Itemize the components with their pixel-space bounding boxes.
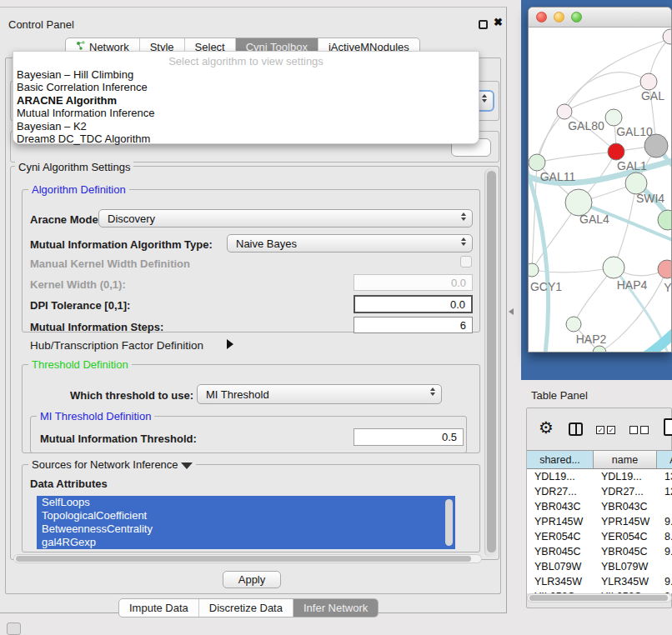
node-label-hap4: HAP4	[617, 278, 648, 292]
network-view-window: GALGAL80GAL10GAL1GAL11SWI4GAL4GCY1HAP4YH…	[528, 7, 672, 352]
algorithm-option-bayesian-hill-climbing[interactable]: Bayesian – Hill Climbing	[17, 68, 475, 81]
table-cell: YBR043C	[594, 499, 657, 514]
table-horizontal-scrollbar[interactable]	[527, 593, 672, 602]
mi-threshold-field[interactable]: 0.5	[354, 428, 464, 446]
window-title: Control Panel	[8, 18, 74, 31]
tab-label: Discretize Data	[209, 602, 283, 614]
table-cell: YLR345W	[594, 574, 657, 589]
algorithm-definition-title: Algorithm Definition	[28, 183, 129, 196]
close-icon[interactable]: ✖	[494, 16, 503, 28]
gear-icon[interactable]: ⚙	[539, 419, 554, 436]
node-label-hap2: HAP2	[576, 332, 607, 346]
taskbar-icon[interactable]	[7, 622, 21, 635]
network-edge[interactable]	[529, 158, 549, 352]
table-cell: YBR045C	[527, 544, 594, 559]
table-panel-title: Table Panel	[531, 389, 588, 402]
select-all-icon[interactable]: ✓ ✓	[596, 426, 615, 434]
zoom-button[interactable]	[571, 12, 582, 22]
mi-steps-label: Mutual Information Steps:	[30, 321, 163, 333]
mi-algorithm-type-select[interactable]: Naive Bayes	[227, 234, 473, 252]
dpi-tolerance-value: 0.0	[450, 298, 471, 311]
network-node-gal[interactable]	[640, 73, 657, 90]
node-label-gcy1: GCY1	[530, 280, 562, 293]
node-label-gal80: GAL80	[568, 119, 604, 132]
algorithm-option-mutual-information-inference[interactable]: Mutual Information Inference	[17, 107, 475, 119]
network-canvas[interactable]: GALGAL80GAL10GAL1GAL11SWI4GAL4GCY1HAP4YH…	[529, 28, 672, 352]
network-edge[interactable]	[537, 152, 616, 162]
sources-group-title: Sources for Network Inference	[28, 458, 196, 471]
attribute-item-topologicalcoefficient[interactable]: TopologicalCoefficient	[37, 509, 455, 522]
table-row[interactable]: YBR043CYBR043C	[527, 499, 672, 514]
network-node-gal1[interactable]	[608, 143, 624, 160]
network-node-hap2[interactable]	[566, 317, 581, 332]
node-label-gal10: GAL10	[616, 125, 653, 138]
network-node-hap4[interactable]	[603, 257, 624, 278]
network-edge[interactable]	[564, 82, 649, 112]
select-none-icon[interactable]	[629, 426, 649, 434]
which-threshold-select[interactable]: MI Threshold	[197, 384, 442, 404]
table-cell: YPR145W	[594, 514, 657, 529]
columns-icon[interactable]	[569, 422, 583, 436]
table-row[interactable]: YLR345WYLR345W9.	[527, 574, 672, 589]
attribute-item-selfloops[interactable]: SelfLoops	[37, 496, 455, 509]
data-attributes-label: Data Attributes	[30, 478, 108, 490]
algorithm-option-dream8-dc-tdc-algorithm[interactable]: Dream8 DC_TDC Algorithm	[17, 132, 475, 145]
network-node-gcy1[interactable]	[529, 263, 539, 277]
collapse-arrow-icon[interactable]	[181, 462, 193, 469]
table-row[interactable]: YDL19...YDL19...13	[527, 469, 672, 484]
aracne-mode-select[interactable]: Discovery	[98, 209, 473, 228]
node-label-gal4: GAL4	[579, 212, 609, 226]
table-row[interactable]: YPR145WYPR145W9.	[527, 514, 672, 529]
settings-horizontal-scrollbar[interactable]	[13, 554, 482, 563]
algorithm-option-basic-correlation-inference[interactable]: Basic Correlation Inference	[17, 81, 475, 93]
column-header-a[interactable]: A	[657, 450, 672, 469]
algorithm-option-bayesian-k2[interactable]: Bayesian – K2	[17, 120, 475, 132]
table-cell: 13	[657, 469, 672, 484]
settings-scrollbar-thumb[interactable]	[487, 171, 496, 552]
algorithm-option-list: Bayesian – Hill ClimbingBasic Correlatio…	[17, 68, 475, 145]
table-cell: YBR045C	[594, 544, 657, 559]
table-row[interactable]: YBL079WYBL079W	[527, 559, 672, 574]
table-cell: 9.	[657, 574, 672, 589]
mi-type-label: Mutual Information Algorithm Type:	[30, 238, 213, 251]
data-attributes-list[interactable]: SelfLoopsTopologicalCoefficientBetweenne…	[37, 496, 455, 549]
document-icon[interactable]	[664, 418, 672, 436]
tab-discretize-data[interactable]: Discretize Data	[199, 599, 293, 617]
column-header-shared[interactable]: shared...	[527, 450, 594, 469]
network-node-gal80[interactable]	[557, 104, 572, 119]
dpi-tolerance-field[interactable]: 0.0	[354, 295, 473, 313]
network-node-y[interactable]	[658, 260, 672, 278]
network-node[interactable]	[663, 29, 672, 44]
expand-arrow-icon[interactable]	[227, 339, 233, 349]
kernel-width-label: Kernel Width (0,1):	[30, 278, 126, 291]
float-icon[interactable]	[479, 20, 488, 29]
network-edge[interactable]	[532, 268, 614, 272]
column-header-name[interactable]: name	[594, 450, 657, 469]
network-node[interactable]	[658, 210, 672, 230]
network-window-titlebar[interactable]	[529, 8, 671, 28]
algorithm-dropdown-popup: Select algorithm to view settings Bayesi…	[13, 51, 479, 144]
network-node-gal10[interactable]	[605, 109, 622, 126]
splitter-collapse-icon[interactable]	[509, 308, 514, 315]
tab-infer-network[interactable]: Infer Network	[293, 599, 378, 617]
table-row[interactable]: YDR27...YDR27...12	[527, 484, 672, 499]
algorithm-option-aracne-algorithm[interactable]: ARACNE Algorithm	[17, 94, 475, 107]
attribute-item-betweennesscentrality[interactable]: BetweennessCentrality	[37, 522, 455, 536]
manual-kernel-checkbox[interactable]	[460, 256, 472, 268]
minimize-button[interactable]	[554, 12, 564, 22]
mi-steps-field[interactable]: 6	[354, 317, 473, 333]
table-row[interactable]: YER054CYER054C8.	[527, 529, 672, 544]
kernel-width-field[interactable]: 0.0	[354, 274, 473, 291]
table-cell: YBL079W	[527, 559, 594, 574]
attribute-item-gal4rgexp[interactable]: gal4RGexp	[37, 536, 455, 549]
close-button[interactable]	[536, 12, 547, 22]
apply-button[interactable]: Apply	[223, 571, 281, 588]
tab-impute-data[interactable]: Impute Data	[119, 599, 199, 617]
table-cell: 8.	[657, 529, 672, 544]
network-node-gal11[interactable]	[529, 154, 545, 171]
table-row[interactable]: YBR045CYBR045C9.	[527, 544, 672, 559]
table-cell: YBR043C	[527, 499, 594, 514]
network-edge[interactable]	[614, 183, 636, 268]
hub-definition-label: Hub/Transcription Factor Definition	[30, 339, 203, 352]
attribute-list-scrollbar-thumb[interactable]	[445, 499, 453, 546]
